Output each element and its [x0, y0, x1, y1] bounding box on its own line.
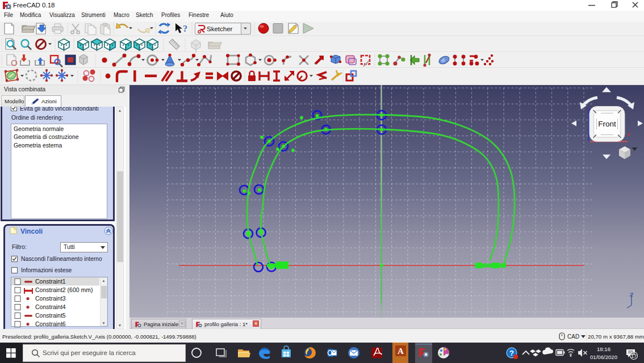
svg-text:Constraint1: Constraint1	[35, 278, 66, 285]
svg-text:Front: Front	[598, 120, 616, 128]
svg-text:Constraint5: Constraint5	[35, 312, 66, 319]
svg-text:Constraint3: Constraint3	[35, 295, 66, 302]
svg-text:Sketcher: Sketcher	[207, 26, 233, 32]
svg-text:Constraint6: Constraint6	[35, 320, 66, 327]
svg-text:Constraint2 (600 mm): Constraint2 (600 mm)	[35, 286, 93, 293]
svg-text:A: A	[398, 347, 404, 356]
svg-text:Constraint4: Constraint4	[35, 303, 66, 310]
svg-text:17: 17	[631, 353, 637, 359]
svg-text:01/06/2020: 01/06/2020	[590, 354, 617, 360]
svg-text:?: ?	[509, 349, 514, 357]
svg-text:18:16: 18:16	[597, 346, 610, 352]
svg-text:?: ?	[183, 24, 187, 33]
